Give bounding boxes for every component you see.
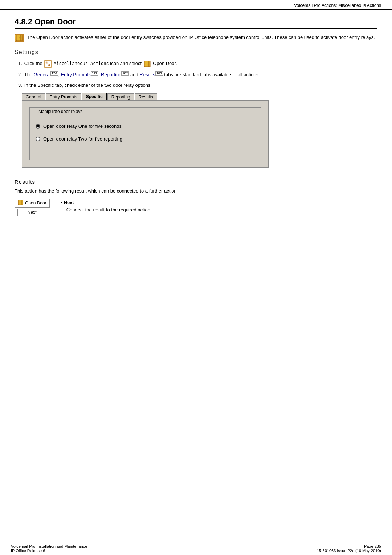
open-door-inline-icon [144, 60, 151, 68]
node-next: Next [17, 209, 46, 216]
footer-right: Page 235 15-601063 Issue 22e (16 May 201… [317, 544, 381, 553]
results-ref: 183 [155, 71, 163, 76]
result-item-next: Next Connect the result to the required … [61, 199, 152, 214]
header-title: Voicemail Pro Actions: Miscellaneous Act… [294, 3, 381, 8]
footer-right-line1: Page 235 [364, 544, 381, 548]
step-1-content: Click the [24, 60, 377, 68]
gears-svg [44, 60, 52, 68]
svg-rect-12 [45, 60, 51, 67]
entry-prompts-tab-link[interactable]: Entry Prompts [61, 72, 90, 77]
tab-reporting[interactable]: Reporting [107, 93, 134, 100]
footer-left: Voicemail Pro Installation and Maintenan… [11, 544, 87, 553]
door-svg [16, 35, 23, 41]
radio-btn-2[interactable] [36, 137, 40, 141]
step-2: 2. The General176, Entry Prompts177, Rep… [18, 71, 377, 78]
steps-list: 1. Click the [15, 60, 377, 89]
step-1-misc-label: Miscellaneous Actions [54, 61, 109, 66]
step-2-num: 2. [18, 71, 22, 78]
results-description: This action has the following result whi… [15, 188, 377, 194]
entry-ref: 177 [91, 71, 98, 76]
step-3: 3. In the Specific tab, check either of … [18, 82, 377, 89]
result-next-sub: Connect the result to the required actio… [66, 206, 152, 214]
group-box-manipulate: Manipulate door relays Open door relay O… [29, 107, 261, 160]
general-ref: 176 [50, 71, 58, 76]
node-label: Open Door [25, 200, 46, 206]
result-items: Next Connect the result to the required … [61, 199, 152, 215]
main-content: 4.8.2 Open Door The Open Door action act… [0, 13, 392, 223]
bottom-footer: Voicemail Pro Installation and Maintenan… [0, 542, 392, 555]
dialog-area: General Entry Prompts Specific Reporting… [15, 93, 377, 168]
description-text: The Open Door action activates either of… [27, 34, 375, 41]
radio-option-1[interactable]: Open door relay One for five seconds [36, 123, 255, 129]
svg-rect-20 [21, 200, 23, 205]
miscellaneous-actions-icon [44, 60, 52, 68]
action-node-diagram: Open Door Next [15, 199, 50, 216]
results-heading: Results [15, 179, 377, 186]
section-title: 4.8.2 Open Door [15, 17, 377, 29]
radio-option-2[interactable]: Open door relay Two for five reporting [36, 136, 255, 142]
settings-heading: Settings [15, 49, 377, 56]
step-3-content: In the Specific tab, check either of the… [24, 82, 377, 89]
svg-rect-16 [148, 61, 150, 67]
group-box-title: Manipulate door relays [37, 109, 256, 114]
description-block: The Open Door action activates either of… [15, 34, 377, 42]
svg-rect-3 [20, 35, 22, 41]
step-1-num: 1. [18, 60, 22, 67]
svg-point-19 [21, 202, 21, 203]
footer-left-line1: Voicemail Pro Installation and Maintenan… [11, 544, 87, 548]
tab-specific[interactable]: Specific [82, 93, 107, 100]
dialog-panel: Manipulate door relays Open door relay O… [22, 100, 269, 168]
results-section: Results This action has the following re… [15, 179, 377, 216]
node-door-icon [18, 200, 24, 206]
radio-dot-1 [36, 125, 38, 127]
result-next-label: Next [64, 200, 74, 205]
results-list: Next Connect the result to the required … [61, 199, 152, 214]
general-tab-link[interactable]: General [34, 72, 50, 77]
radio-label-2: Open door relay Two for five reporting [43, 136, 122, 142]
results-tab-link[interactable]: Results [139, 72, 155, 77]
page-container: Voicemail Pro Actions: Miscellaneous Act… [0, 0, 392, 555]
step-1-open-door-label: Open Door. [153, 61, 177, 66]
radio-label-1: Open door relay One for five seconds [43, 123, 122, 129]
step-2-content: The General176, Entry Prompts177, Report… [24, 71, 377, 78]
open-door-icon [15, 34, 24, 42]
step-3-num: 3. [18, 82, 22, 89]
results-diagram: Open Door Next Next Connect the result t… [15, 199, 377, 216]
footer-left-line2: IP Office Release 6 [11, 548, 87, 553]
reporting-tab-link[interactable]: Reporting [101, 72, 121, 77]
top-header: Voicemail Pro Actions: Miscellaneous Act… [0, 0, 392, 10]
tab-bar: General Entry Prompts Specific Reporting… [22, 93, 377, 100]
radio-btn-1[interactable] [36, 124, 40, 129]
footer-right-line2: 15-601063 Issue 22e (16 May 2010) [317, 548, 381, 553]
tab-general[interactable]: General [22, 93, 45, 100]
step-1: 1. Click the [18, 60, 377, 68]
node-box-open-door: Open Door [15, 199, 50, 208]
reporting-ref: 182 [121, 71, 129, 76]
step-2-suffix: tabs are standard tabs available to all … [164, 72, 260, 77]
tab-results[interactable]: Results [135, 93, 157, 100]
tab-entry-prompts[interactable]: Entry Prompts [46, 93, 81, 100]
